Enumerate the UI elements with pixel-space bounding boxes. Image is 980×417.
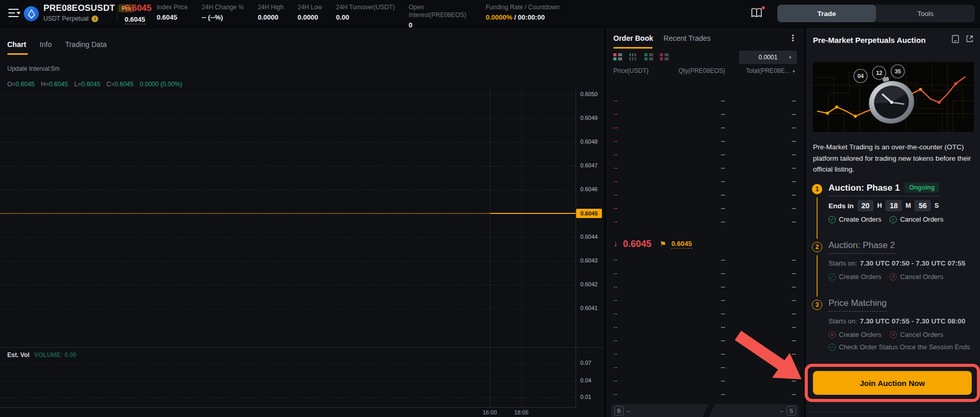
stat-label: 24H Low (297, 4, 322, 11)
orderbook-row[interactable]: ------ (606, 202, 804, 215)
price-axis-tick: 0.6050 (580, 91, 598, 97)
orderbook-row[interactable]: ------ (606, 361, 804, 374)
price-axis-line[interactable] (576, 90, 576, 407)
hamburger-menu-icon[interactable] (8, 9, 20, 18)
orderbook-row[interactable]: ------ (606, 294, 804, 307)
orderbook-view-asks-icon[interactable] (660, 53, 669, 63)
orderbook-row[interactable]: ------ (606, 307, 804, 320)
column-total[interactable]: Total(PRE08E... ▼ (725, 67, 796, 74)
volume-axis-tick: 0.01 (580, 394, 591, 400)
orderbook-row[interactable]: ------ (606, 320, 804, 334)
join-auction-button[interactable]: Join Auction Now (813, 371, 972, 395)
tab-tools[interactable]: Tools (876, 5, 975, 22)
orderbook-column-headers: Price(USDT) Qty(PRE08EOS) Total(PRE08E..… (606, 67, 804, 74)
chart-gridline-horizontal (0, 142, 576, 143)
total-cell: -- (725, 111, 796, 118)
qty-cell: -- (658, 364, 725, 371)
phase-1-countdown: Ends in 20H 18M 56S (828, 200, 939, 211)
total-cell: -- (725, 164, 796, 172)
top-header: PRE08EOSUSDT Pre USDT Perpetual i 0.6045… (0, 0, 773, 27)
tick-size-dropdown[interactable]: 0.0001▼ (739, 51, 797, 64)
price-axis-tick: 0.6048 (580, 138, 598, 145)
status-badge-ongoing: Ongoing (904, 182, 939, 193)
price-cell: -- (613, 391, 658, 398)
total-cell: -- (725, 218, 796, 225)
ohlc-value: 0.6045 (16, 81, 35, 88)
mark-price[interactable]: 0.6045 (125, 16, 145, 24)
stat-value: 0.0000 (297, 13, 322, 21)
total-cell: -- (725, 151, 796, 158)
orderbook-row[interactable]: ------ (606, 267, 804, 280)
countdown-seconds: 56 (914, 200, 931, 211)
ohlc-change: 0.0000 (0.00%) (140, 81, 182, 88)
total-cell: -- (725, 97, 796, 104)
orderbook-tab-underline (613, 47, 653, 49)
price-axis-tick: 0.6046 (580, 186, 598, 192)
sell-label: S (787, 406, 796, 415)
tab-trading-data[interactable]: Trading Data (65, 40, 107, 49)
price-axis-tick: 0.6044 (580, 234, 598, 240)
orderbook-row[interactable]: ------ (606, 107, 804, 121)
tab-trade[interactable]: Trade (777, 5, 876, 22)
chart-gridline-horizontal (0, 118, 576, 119)
phase-2-title[interactable]: Auction: Phase 2 (828, 240, 895, 254)
orderbook-row[interactable]: ------ (606, 215, 804, 228)
stat-value: 0.00 (336, 13, 395, 21)
timeline-connector (817, 255, 818, 297)
orderbook-view-depth-icon[interactable] (629, 53, 638, 63)
orderbook-row[interactable]: ------ (606, 161, 804, 175)
mark-price-link[interactable]: 0.6045 (671, 240, 692, 249)
ohlc-value: 0.6045 (49, 81, 68, 88)
orderbook-row[interactable]: ------ (606, 280, 804, 294)
chevron-down-icon: ▼ (792, 69, 796, 74)
orderbook-row[interactable]: ------ (606, 134, 804, 148)
price-axis-tick: 0.6049 (580, 115, 598, 121)
chart-gridline-horizontal (0, 237, 576, 238)
qty-cell: -- (658, 337, 725, 344)
phase-3-schedule: Starts on:7.30 UTC 07:55 - 7.30 UTC 08:0… (828, 317, 966, 325)
header-stat: 24H Turnover(USDT)0.00 (336, 4, 395, 29)
check-circle-icon: ✓ (889, 216, 897, 223)
stat-label: Open Interest(PRE08EOS) (409, 4, 472, 19)
external-link-icon[interactable] (966, 35, 974, 43)
orderbook-row[interactable]: ------ (606, 188, 804, 202)
token-logo-icon (24, 6, 39, 21)
more-options-icon[interactable]: ⋮ (789, 33, 797, 43)
orderbook-view-combined-icon[interactable] (613, 53, 622, 63)
info-icon[interactable]: i (92, 16, 98, 22)
header-stat: 24H High0.0000 (258, 4, 283, 29)
asks-list: ----------------------------------------… (606, 94, 804, 228)
tab-order-book[interactable]: Order Book (613, 34, 653, 42)
active-tab-underline (7, 53, 28, 55)
orderbook-row[interactable]: ------ (606, 334, 804, 347)
orderbook-row[interactable]: ------ (606, 347, 804, 361)
qty-cell: -- (658, 205, 725, 212)
orderbook-row[interactable]: ------ (606, 121, 804, 134)
tab-info[interactable]: Info (40, 40, 52, 49)
svg-text:04: 04 (857, 73, 864, 79)
phase-1-number: 1 (812, 184, 822, 194)
orderbook-view-bids-icon[interactable] (644, 53, 653, 63)
orderbook-row[interactable]: ------ (606, 253, 804, 267)
qty-cell: -- (658, 124, 725, 131)
orderbook-guide-icon[interactable] (750, 7, 764, 20)
qty-cell: -- (658, 164, 725, 172)
tab-recent-trades[interactable]: Recent Trades (664, 34, 711, 42)
total-cell: -- (725, 391, 796, 398)
update-interval-label: Update Interval:5m (7, 65, 59, 72)
qty-cell: -- (658, 350, 725, 358)
qty-cell: -- (658, 137, 725, 145)
header-stat: 24H Low0.0000 (297, 4, 322, 29)
orderbook-row[interactable]: ------ (606, 148, 804, 161)
symbol-name[interactable]: PRE08EOSUSDT (43, 3, 115, 13)
header-stat: Funding Rate / Countdown0.0000% / 00:00:… (486, 4, 560, 29)
tab-chart[interactable]: Chart (7, 40, 26, 49)
orderbook-row[interactable]: ------ (606, 175, 804, 188)
contract-icon[interactable] (952, 35, 959, 43)
orderbook-row[interactable]: ------ (606, 374, 804, 388)
orderbook-row[interactable]: ------ (606, 388, 804, 401)
phase-1-title[interactable]: Auction: Phase 1Ongoing (828, 182, 939, 196)
orderbook-row[interactable]: ------ (606, 94, 804, 107)
header-stat: Open Interest(PRE08EOS)0 (409, 4, 472, 29)
phase-3-title[interactable]: Price Matching (828, 298, 886, 312)
